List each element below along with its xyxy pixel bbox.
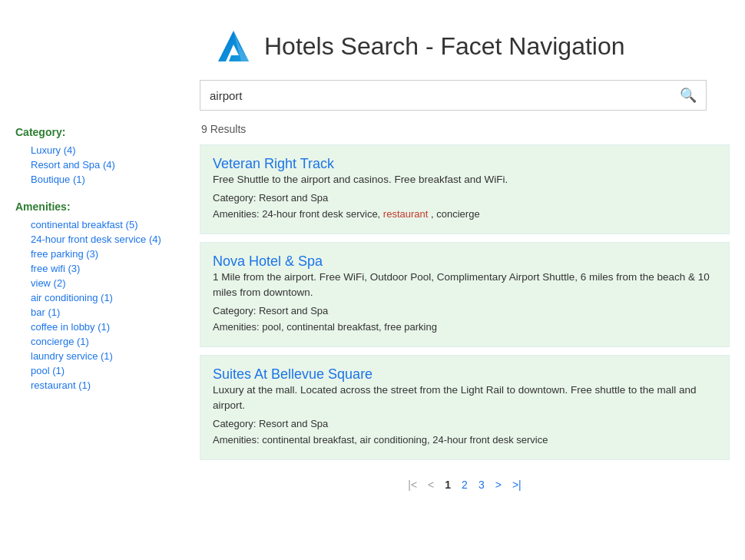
pagination-page-3[interactable]: 3 (478, 479, 485, 491)
pagination: |< < 1 2 3 > >| (200, 479, 730, 506)
pagination-last[interactable]: >| (512, 479, 522, 491)
pagination-page-1: 1 (445, 479, 451, 491)
facet-air-conditioning[interactable]: air conditioning (1) (15, 290, 200, 305)
amenities-text-1: 24-hour front desk service, (262, 208, 380, 220)
result-category-1: Category: Resort and Spa (213, 191, 717, 207)
result-title-3[interactable]: Suites At Bellevue Square (213, 366, 372, 382)
facet-laundry[interactable]: laundry service (1) (15, 349, 200, 363)
result-category-2: Category: Resort and Spa (213, 303, 717, 320)
facet-pool[interactable]: pool (1) (15, 363, 200, 378)
amenities-label: Amenities: (15, 200, 200, 213)
facet-bar[interactable]: bar (1) (15, 305, 200, 320)
facet-luxury[interactable]: Luxury (4) (15, 143, 200, 157)
azure-logo-icon (215, 28, 252, 65)
result-card-1: Veteran Right Track Free Shuttle to the … (200, 144, 730, 234)
result-card-2: Nova Hotel & Spa 1 Mile from the airport… (200, 242, 730, 347)
amenities-highlight-1: restaurant (383, 208, 429, 220)
result-amenities-3: Amenities: continental breakfast, air co… (213, 432, 717, 449)
facet-continental-breakfast[interactable]: continental breakfast (5) (15, 217, 200, 232)
result-amenities-2: Amenities: pool, continental breakfast, … (213, 320, 717, 336)
page-wrapper: Hotels Search - Facet Navigation Categor… (0, 0, 745, 522)
facet-restaurant[interactable]: restaurant (1) (15, 378, 200, 393)
amenities-label-2: Amenities: (213, 321, 260, 333)
amenities-text-3: continental breakfast, air conditioning,… (262, 434, 548, 446)
sidebar: Category: Luxury (4) Resort and Spa (4) … (15, 80, 200, 506)
main-content: Category: Luxury (4) Resort and Spa (4) … (15, 80, 730, 506)
result-description-1: Free Shuttle to the airport and casinos.… (213, 172, 717, 187)
facet-front-desk[interactable]: 24-hour front desk service (4) (15, 232, 200, 247)
result-card-3: Suites At Bellevue Square Luxury at the … (200, 355, 730, 460)
amenities-label-1: Amenities: (213, 208, 260, 220)
facet-resort-spa[interactable]: Resort and Spa (4) (15, 157, 200, 172)
category-list: Luxury (4) Resort and Spa (4) Boutique (… (15, 143, 200, 187)
pagination-next[interactable]: > (495, 479, 502, 491)
header: Hotels Search - Facet Navigation (15, 15, 730, 80)
pagination-prev: < (428, 479, 434, 491)
facet-view[interactable]: view (2) (15, 276, 200, 290)
amenities-list: continental breakfast (5) 24-hour front … (15, 217, 200, 393)
search-results-area: 🔍 9 Results Veteran Right Track Free Shu… (200, 80, 730, 506)
facet-coffee-lobby[interactable]: coffee in lobby (1) (15, 320, 200, 334)
result-description-2: 1 Mile from the airport. Free WiFi, Outd… (213, 270, 717, 301)
facet-free-parking[interactable]: free parking (3) (15, 247, 200, 261)
pagination-page-2[interactable]: 2 (462, 479, 468, 491)
search-box: 🔍 (200, 80, 707, 111)
result-title-2[interactable]: Nova Hotel & Spa (213, 253, 323, 269)
result-title-1[interactable]: Veteran Right Track (213, 156, 334, 171)
amenities-section: Amenities: continental breakfast (5) 24-… (15, 200, 200, 393)
pagination-first: |< (408, 479, 417, 491)
facet-concierge[interactable]: concierge (1) (15, 334, 200, 349)
result-category-3: Category: Resort and Spa (213, 416, 717, 432)
amenities-label-3: Amenities: (213, 434, 260, 446)
search-input[interactable] (200, 83, 670, 108)
facet-boutique[interactable]: Boutique (1) (15, 172, 200, 187)
results-count: 9 Results (200, 123, 730, 135)
amenities-text-2: pool, continental breakfast, free parkin… (262, 321, 437, 333)
search-box-row: 🔍 (200, 80, 730, 111)
search-button[interactable]: 🔍 (670, 81, 706, 110)
page-title: Hotels Search - Facet Navigation (264, 32, 625, 61)
category-section: Category: Luxury (4) Resort and Spa (4) … (15, 126, 200, 187)
result-description-3: Luxury at the mall. Located across the s… (213, 383, 717, 414)
category-label: Category: (15, 126, 200, 138)
amenities-rest-1: , concierge (431, 208, 480, 220)
facet-free-wifi[interactable]: free wifi (3) (15, 261, 200, 276)
result-amenities-1: Amenities: 24-hour front desk service, r… (213, 207, 717, 223)
